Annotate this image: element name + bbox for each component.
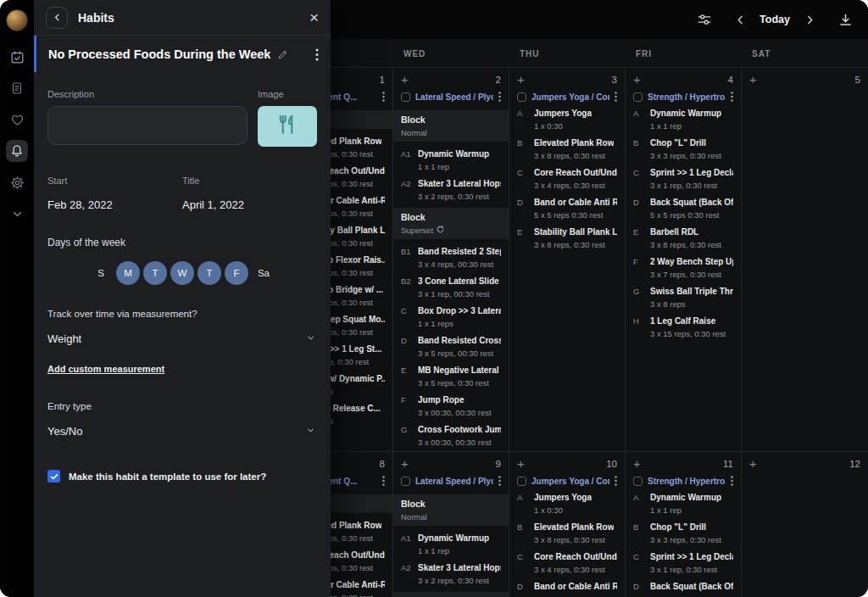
workout-title[interactable]: Lateral Speed / Plyo: [415, 477, 493, 486]
kebab-menu-icon[interactable]: [382, 476, 385, 486]
exercise-row[interactable]: F2 Way Bench Step Up3 x 7 reps, 0:30 res…: [633, 256, 733, 279]
start-date-value[interactable]: Feb 28, 2022: [47, 198, 182, 211]
exercise-row[interactable]: DBand Resisted Crossover...3 x 5 reps, 0…: [401, 335, 501, 358]
kebab-menu-icon[interactable]: [382, 92, 385, 102]
exercise-row[interactable]: BChop "L" Drill3 x 3 reps, 0:30 rest: [633, 522, 733, 544]
exercise-row[interactable]: GSwiss Ball Triple Threat3 x 8 reps: [633, 286, 733, 309]
day-of-week-toggle[interactable]: T: [198, 261, 221, 285]
exercise-row[interactable]: DBand or Cable Anti Rotati...5 x 5 reps …: [517, 581, 617, 597]
exercise-row[interactable]: CBox Drop >> 3 Lateral H...1 x 1 reps: [401, 305, 501, 328]
end-date-value[interactable]: April 1, 2022: [182, 198, 317, 211]
add-item-icon[interactable]: +: [749, 457, 757, 470]
add-item-icon[interactable]: +: [401, 73, 409, 86]
bell-icon[interactable]: [6, 140, 28, 162]
filter-sliders-icon[interactable]: [693, 8, 715, 31]
add-item-icon[interactable]: +: [517, 457, 525, 470]
workout-checkbox[interactable]: [633, 477, 643, 486]
calendar-day-cell[interactable]: +12: [742, 452, 868, 597]
kebab-menu-icon[interactable]: [615, 476, 617, 486]
exercise-row[interactable]: B1Band Resisted 2 Step Late...3 x 4 reps…: [401, 246, 501, 269]
workout-title[interactable]: Jumpers Yoga / Core: [531, 477, 609, 486]
template-checkbox[interactable]: [47, 470, 60, 483]
heart-icon[interactable]: [6, 109, 28, 131]
gear-icon[interactable]: [6, 171, 28, 193]
description-input[interactable]: [47, 106, 248, 145]
prev-week-button[interactable]: [729, 8, 751, 31]
exercise-row[interactable]: FJump Rope3 x 00:30, 00:30 rest: [401, 394, 501, 417]
exercise-row[interactable]: EMB Negative Lateral Hop...3 x 5 reps, 0…: [401, 365, 501, 388]
download-button[interactable]: [834, 8, 856, 31]
exercise-row[interactable]: CSprint >> 1 Leg Declarations3 x 1 rep, …: [633, 167, 733, 190]
chevron-down-icon[interactable]: [6, 203, 28, 225]
block-row[interactable]: BlockSuperset: [393, 208, 509, 239]
day-of-week-toggle[interactable]: M: [116, 261, 140, 285]
back-button[interactable]: [46, 7, 68, 29]
add-item-icon[interactable]: +: [517, 73, 525, 86]
kebab-menu-icon[interactable]: [731, 476, 733, 486]
workout-checkbox[interactable]: [401, 92, 410, 102]
kebab-menu-icon[interactable]: [315, 48, 319, 61]
exercise-row[interactable]: GCross Footwork Jump Rope3 x 00:30, 00:3…: [401, 424, 501, 447]
exercise-row[interactable]: CCore Reach Out/Under3 x 4 reps, 0:30 re…: [517, 167, 617, 190]
template-checkbox-row[interactable]: Make this habit a template to use for la…: [47, 470, 317, 483]
day-of-week-toggle[interactable]: S: [89, 261, 113, 285]
exercise-row[interactable]: BElevated Plank Row3 x 8 reps, 0:30 rest: [517, 522, 617, 544]
workout-title[interactable]: Strength / Hypertro...: [648, 477, 726, 486]
exercise-row[interactable]: A2Skater 3 Lateral Hops >> ...3 x 2 reps…: [401, 562, 501, 585]
exercise-row[interactable]: BChop "L" Drill3 x 3 reps, 0:30 rest: [633, 137, 733, 160]
kebab-menu-icon[interactable]: [498, 476, 501, 486]
exercise-row[interactable]: DBack Squat (Back Off Set)5 x 5 reps 0:3…: [633, 581, 733, 597]
next-week-button[interactable]: [798, 8, 821, 31]
habit-image-tile[interactable]: [258, 106, 317, 147]
workout-title[interactable]: Jumpers Yoga / Core: [531, 92, 609, 102]
calendar-day-cell[interactable]: +9Lateral Speed / PlyoBlockNormalA1Dynam…: [393, 452, 509, 597]
entry-type-select[interactable]: Yes/No: [47, 425, 317, 438]
kebab-menu-icon[interactable]: [498, 92, 501, 102]
close-icon[interactable]: ×: [309, 9, 319, 25]
measurement-select[interactable]: Weight: [47, 332, 317, 345]
day-of-week-toggle[interactable]: T: [143, 261, 167, 285]
exercise-row[interactable]: B23 Cone Lateral Slide3 x 1 rep, 00:30 r…: [401, 276, 501, 298]
exercise-row[interactable]: CSprint >> 1 Leg Declarations3 x 1 rep, …: [633, 551, 733, 574]
exercise-row[interactable]: AJumpers Yoga1 x 0:30: [517, 108, 617, 131]
workout-title[interactable]: Strength / Hypertro...: [648, 92, 726, 102]
calendar-day-cell[interactable]: +4Strength / Hypertro...ADynamic Warmup1…: [626, 68, 742, 451]
calendar-day-cell[interactable]: +5: [742, 68, 868, 451]
exercise-row[interactable]: BElevated Plank Row3 x 8 reps, 0:30 rest: [517, 137, 617, 160]
today-button[interactable]: Today: [751, 10, 798, 29]
edit-pencil-icon[interactable]: [277, 49, 288, 60]
block-row[interactable]: BlockSuperset: [393, 592, 509, 597]
workout-title[interactable]: Lateral Speed / Plyo: [415, 92, 493, 102]
exercise-row[interactable]: DBand or Cable Anti Rotati...5 x 5 reps …: [517, 197, 617, 220]
exercise-row[interactable]: A1Dynamic Warmup1 x 1 rep: [401, 533, 501, 555]
document-icon[interactable]: [6, 77, 28, 99]
add-item-icon[interactable]: +: [633, 73, 641, 86]
block-row[interactable]: BlockNormal: [393, 494, 509, 526]
avatar[interactable]: [6, 9, 28, 31]
exercise-row[interactable]: H1 Leg Calf Raise3 x 15 reps, 0:30 rest: [633, 315, 733, 338]
workout-checkbox[interactable]: [517, 477, 526, 486]
exercise-row[interactable]: ADynamic Warmup1 x 1 rep: [633, 108, 733, 131]
exercise-row[interactable]: A1Dynamic Warmup1 x 1 rep: [401, 148, 501, 171]
calendar-day-cell[interactable]: +11Strength / Hypertro...ADynamic Warmup…: [626, 452, 742, 597]
exercise-row[interactable]: EStability Ball Plank Linear ...3 x 8 re…: [517, 226, 617, 249]
kebab-menu-icon[interactable]: [615, 92, 617, 102]
calendar-day-cell[interactable]: +10Jumpers Yoga / CoreAJumpers Yoga1 x 0…: [509, 452, 626, 597]
add-item-icon[interactable]: +: [749, 73, 757, 86]
calendar-day-cell[interactable]: +2Lateral Speed / PlyoBlockNormalA1Dynam…: [393, 68, 509, 451]
day-of-week-toggle[interactable]: W: [170, 261, 194, 285]
day-of-week-toggle[interactable]: F: [225, 261, 248, 285]
calendar-check-icon[interactable]: [6, 46, 28, 68]
add-item-icon[interactable]: +: [633, 457, 641, 470]
add-custom-measurement-link[interactable]: Add custom measurement: [47, 364, 164, 374]
add-item-icon[interactable]: +: [401, 457, 409, 470]
exercise-row[interactable]: CCore Reach Out/Under3 x 4 reps, 0:30 re…: [517, 551, 617, 574]
kebab-menu-icon[interactable]: [731, 92, 733, 102]
workout-checkbox[interactable]: [401, 477, 410, 486]
exercise-row[interactable]: A2Skater 3 Lateral Hops >> ...3 x 2 reps…: [401, 178, 501, 201]
workout-checkbox[interactable]: [517, 92, 526, 102]
exercise-row[interactable]: AJumpers Yoga1 x 0:30: [517, 492, 617, 515]
block-row[interactable]: BlockNormal: [393, 110, 509, 142]
exercise-row[interactable]: EBarbell RDL3 x 8 reps, 0:30 rest: [633, 226, 733, 249]
exercise-row[interactable]: DBack Squat (Back Off Set)5 x 5 reps 0:3…: [633, 197, 733, 220]
